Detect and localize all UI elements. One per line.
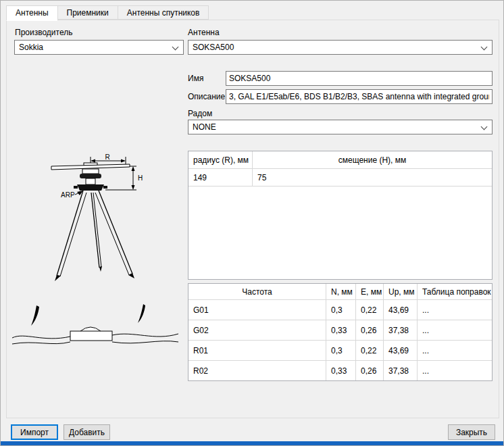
column-header: Частота (188, 284, 326, 300)
tab-receivers[interactable]: Приемники (57, 5, 118, 20)
description-label: Описание (188, 92, 225, 101)
chevron-down-icon (172, 44, 179, 51)
table-row[interactable]: G010,30,2243,69... (188, 300, 492, 320)
tab-satellite-antennas[interactable]: Антенны спутников (118, 5, 209, 20)
table-cell[interactable]: ... (418, 300, 493, 320)
table-cell[interactable]: 0,3 (326, 300, 356, 320)
name-input[interactable] (226, 71, 493, 86)
radome-select[interactable]: NONE (188, 120, 493, 134)
antenna-label: Антенна (188, 28, 220, 37)
column-header: E, мм (356, 284, 384, 300)
table-cell[interactable]: 0,26 (356, 320, 384, 341)
offsets-table[interactable]: ЧастотаN, ммE, ммUp, ммТаблица поправокG… (188, 284, 492, 380)
table-cell[interactable]: 43,69 (384, 300, 418, 320)
name-label: Имя (188, 74, 203, 83)
antenna-diagram: R H ARP (11, 154, 180, 357)
table-cell[interactable]: R01 (188, 341, 326, 361)
dimensions-table[interactable]: радиус (R), ммсмещение (H), мм14975 (188, 151, 492, 187)
antenna-selected-value: SOKSA500 (193, 43, 234, 52)
import-button[interactable]: Импорт (11, 424, 58, 440)
table-row[interactable]: R020,330,2637,38... (188, 361, 492, 381)
header-row: радиус (R), ммсмещение (H), мм (188, 151, 492, 169)
table-cell[interactable]: ... (418, 320, 493, 341)
table-cell[interactable]: 149 (188, 169, 253, 187)
manufacturer-label: Производитель (15, 28, 72, 37)
table-row[interactable]: 14975 (188, 169, 492, 187)
dimensions-table-container: радиус (R), ммсмещение (H), мм14975 (188, 151, 493, 280)
table-cell[interactable]: 43,69 (384, 341, 418, 361)
table-cell[interactable]: 0,22 (356, 341, 384, 361)
table-cell[interactable]: 0,3 (326, 341, 356, 361)
table-cell[interactable]: G02 (188, 320, 326, 341)
table-cell[interactable]: ... (418, 341, 493, 361)
table-cell[interactable]: 0,26 (356, 361, 384, 381)
tab-bar: Антенны Приемники Антенны спутников (6, 5, 208, 21)
chevron-down-icon (481, 44, 488, 51)
manufacturer-select[interactable]: Sokkia (14, 40, 184, 55)
diagram-label-arp: ARP (61, 191, 75, 199)
column-header: радиус (R), мм (188, 151, 253, 169)
radome-selected-value: NONE (193, 122, 216, 132)
table-cell[interactable]: 0,33 (326, 320, 356, 341)
table-cell[interactable]: R02 (188, 361, 326, 381)
antenna-select[interactable]: SOKSA500 (188, 40, 493, 55)
table-cell[interactable]: ... (418, 361, 493, 381)
manufacturer-selected-value: Sokkia (19, 43, 43, 52)
radome-label: Радом (188, 109, 212, 118)
column-header: смещение (H), мм (253, 151, 493, 169)
table-cell[interactable]: 37,38 (384, 320, 418, 341)
table-cell[interactable]: 0,22 (356, 300, 384, 320)
table-cell[interactable]: 75 (253, 169, 493, 187)
table-cell[interactable]: G01 (188, 300, 326, 320)
table-cell[interactable]: 37,38 (384, 361, 418, 381)
tab-antennas[interactable]: Антенны (6, 5, 58, 21)
diagram-label-r: R (105, 154, 109, 161)
description-input[interactable] (226, 89, 493, 104)
table-cell[interactable]: 0,33 (326, 361, 356, 381)
table-row[interactable]: G020,330,2637,38... (188, 320, 492, 341)
header-row: ЧастотаN, ммE, ммUp, ммТаблица поправок (188, 284, 492, 300)
close-button[interactable]: Закрыть (448, 424, 495, 440)
bottom-accent-bar (1, 441, 504, 446)
chevron-down-icon (481, 124, 488, 130)
diagram-label-h: H (138, 174, 143, 182)
table-row[interactable]: R010,30,2243,69... (188, 341, 492, 361)
column-header: Up, мм (384, 284, 418, 300)
offsets-table-container: ЧастотаN, ммE, ммUp, ммТаблица поправокG… (188, 283, 493, 381)
add-button[interactable]: Добавить (64, 424, 110, 440)
antenna-manager-dialog: Антенны Приемники Антенны спутников Прои… (0, 0, 504, 446)
column-header: Таблица поправок (418, 284, 493, 300)
column-header: N, мм (326, 284, 356, 300)
